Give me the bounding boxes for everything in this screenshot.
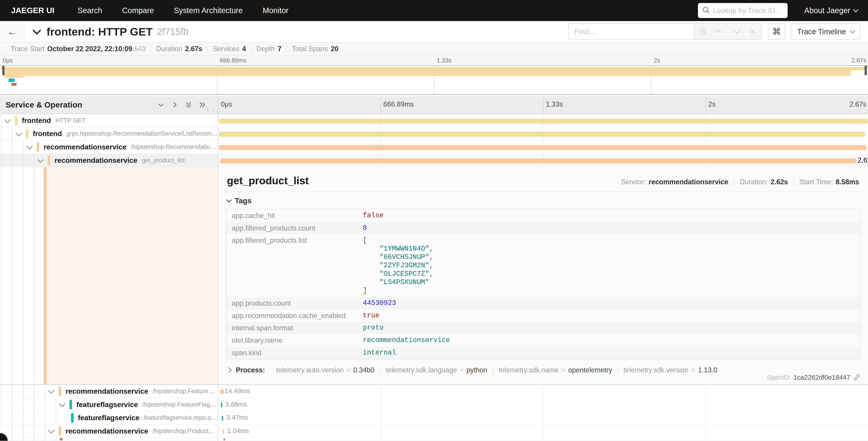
tag-row[interactable]: span.kindinternal bbox=[226, 347, 860, 359]
about-jaeger-menu[interactable]: About Jaeger bbox=[804, 6, 857, 15]
span-collapse-chevron-icon[interactable] bbox=[4, 117, 11, 123]
span-row bbox=[0, 438, 868, 441]
span-timeline-cell[interactable] bbox=[218, 438, 868, 441]
indent-guide bbox=[1, 167, 2, 384]
span-name-cell[interactable]: frontendHTTP GET bbox=[0, 114, 218, 127]
span-duration-label: 2.62s bbox=[858, 156, 868, 164]
span-timeline-cell[interactable] bbox=[218, 114, 868, 127]
minimap-canvas[interactable] bbox=[0, 65, 868, 95]
span-collapse-chevron-icon[interactable] bbox=[48, 387, 55, 394]
jaeger-logo[interactable]: JAEGER UI bbox=[11, 6, 54, 15]
service-name: featureflagservice bbox=[78, 414, 140, 422]
span-timeline-cell[interactable] bbox=[218, 141, 868, 154]
span-name-cell[interactable]: featureflagservicefeatureflagservice.rep… bbox=[0, 412, 218, 425]
timeline-ruler: 0μs666.89ms1.33s2s2.67s bbox=[218, 96, 868, 114]
tag-row[interactable]: app.filtered_products.list[ "1YMWWN1N4O"… bbox=[226, 234, 860, 297]
span-duration-bar[interactable] bbox=[221, 403, 222, 408]
trace-summary-bar: Trace Start October 22 2022, 22:10:09.54… bbox=[0, 42, 868, 55]
span-duration-bar[interactable] bbox=[219, 119, 868, 124]
keyboard-shortcuts-button[interactable]: ⌘ bbox=[768, 23, 785, 40]
span-duration-bar[interactable] bbox=[223, 439, 225, 441]
span-name-cell[interactable]: recommendationserviceget_product_list bbox=[0, 154, 218, 167]
minimap-span-band bbox=[4, 76, 23, 78]
tag-row[interactable]: app.products.count44530923 bbox=[226, 297, 860, 310]
clear-find-icon[interactable]: ✕ bbox=[744, 24, 761, 39]
service-color-bar bbox=[69, 400, 72, 409]
span-collapse-chevron-icon[interactable] bbox=[37, 156, 44, 163]
expand-one-icon[interactable] bbox=[170, 101, 179, 109]
span-name-cell[interactable]: recommendationservice/hipstershop.Recomm… bbox=[0, 141, 218, 154]
operation-name: /hipstershop.RecommendationService/Lis… bbox=[131, 144, 218, 151]
timeline-gridline bbox=[381, 412, 381, 424]
service-name: frontend bbox=[22, 116, 51, 125]
service-name: featureflagservice bbox=[76, 401, 138, 409]
chevron-right-icon[interactable] bbox=[226, 367, 231, 373]
span-color-stripe bbox=[44, 167, 46, 384]
span-duration-bar[interactable] bbox=[223, 429, 224, 434]
minimap-viewport-handle-left[interactable] bbox=[2, 66, 4, 76]
trace-depth: Depth7 bbox=[251, 45, 287, 53]
expand-all-icon[interactable] bbox=[198, 101, 207, 109]
span-timeline-cell[interactable]: 3.47ms bbox=[218, 412, 868, 425]
nav-item-compare[interactable]: Compare bbox=[122, 6, 154, 15]
span-timeline-cell[interactable]: 3.68ms bbox=[218, 398, 868, 412]
span-name-cell[interactable]: recommendationservice/hipstershop.Produc… bbox=[0, 425, 218, 438]
nav-item-system-architecture[interactable]: System Architecture bbox=[174, 6, 243, 15]
find-input[interactable] bbox=[568, 23, 694, 40]
span-detail-panel: get_product_list Service:recommendations… bbox=[218, 167, 868, 384]
collapse-one-icon[interactable] bbox=[157, 101, 165, 109]
ruler-tick-label: 666.89ms bbox=[381, 100, 414, 108]
span-id-value: 1ca2262df0e18447 bbox=[793, 374, 850, 381]
span-duration-bar[interactable] bbox=[219, 132, 866, 137]
focus-match-icon[interactable] bbox=[694, 24, 711, 39]
span-name-cell[interactable]: frontendgrpc.hipstershop.RecommendationS… bbox=[0, 127, 218, 141]
service-name: recommendationservice bbox=[44, 143, 126, 151]
span-timeline-cell[interactable] bbox=[218, 127, 868, 141]
span-timeline-cell[interactable]: 14.49ms bbox=[218, 385, 868, 398]
timeline-gridline bbox=[381, 438, 381, 440]
tags-section-toggle[interactable]: Tags bbox=[223, 197, 861, 205]
span-name-cell[interactable]: recommendationservice/hipstershop.Featur… bbox=[0, 385, 218, 398]
span-collapse-chevron-icon[interactable] bbox=[27, 143, 33, 149]
ruler-tick-label: 0μs bbox=[218, 100, 232, 108]
nav-item-search[interactable]: Search bbox=[78, 6, 102, 15]
tag-row[interactable]: otel.library.namerecommendationservice bbox=[226, 334, 860, 347]
span-collapse-chevron-icon[interactable] bbox=[48, 427, 55, 434]
span-color-fill bbox=[46, 167, 217, 384]
tag-row[interactable]: app.recommendation.cache_enabledtrue bbox=[226, 310, 860, 322]
trace-start: Trace Start October 22 2022, 22:10:09.54… bbox=[5, 45, 151, 53]
span-row: recommendationservice/hipstershop.Recomm… bbox=[0, 141, 868, 154]
indent-guide bbox=[12, 167, 12, 384]
span-start-time: Start Time:8.58ms bbox=[794, 178, 859, 186]
span-duration-bar[interactable] bbox=[222, 416, 223, 421]
nav-item-monitor[interactable]: Monitor bbox=[263, 6, 288, 15]
column-resize-grip[interactable]: ❘❘ bbox=[206, 106, 216, 112]
minimap-ruler: 0μs666.89ms1.33s2s2.67s bbox=[0, 56, 868, 65]
back-button[interactable]: ← bbox=[0, 21, 25, 42]
span-timeline-cell[interactable]: 2.62s bbox=[218, 154, 868, 167]
indent-guide bbox=[45, 398, 45, 411]
span-duration-bar[interactable] bbox=[219, 145, 867, 150]
tag-row[interactable]: app.filtered_products.count8 bbox=[226, 222, 860, 234]
indent-guide bbox=[56, 398, 56, 411]
collapse-trace-chevron-icon[interactable] bbox=[33, 26, 41, 35]
span-name-cell[interactable] bbox=[0, 438, 218, 441]
span-duration-bar[interactable] bbox=[220, 389, 224, 394]
timeline-gridline bbox=[706, 425, 706, 438]
span-collapse-chevron-icon[interactable] bbox=[16, 130, 22, 136]
next-match-icon[interactable] bbox=[728, 24, 744, 39]
tag-row[interactable]: internal.span.formatproto bbox=[226, 322, 860, 334]
span-name-cell[interactable]: featureflagservice/hipstershop.FeatureFl… bbox=[0, 398, 218, 412]
trace-title: frontend: HTTP GET bbox=[46, 25, 153, 38]
trace-view-selector[interactable]: Trace Timeline bbox=[790, 23, 860, 40]
indent-guide bbox=[12, 398, 12, 411]
minimap-viewport-handle-right[interactable] bbox=[865, 66, 867, 76]
span-duration-bar[interactable] bbox=[220, 158, 856, 164]
prev-match-icon[interactable] bbox=[711, 24, 728, 39]
collapse-all-icon[interactable] bbox=[184, 101, 193, 109]
span-collapse-chevron-icon[interactable] bbox=[59, 401, 65, 407]
span-timeline-cell[interactable]: 1.04ms bbox=[218, 425, 868, 438]
link-icon[interactable] bbox=[853, 374, 860, 381]
trace-id-lookup-input[interactable] bbox=[698, 3, 787, 18]
tag-row[interactable]: app.cache_hitfalse bbox=[226, 209, 860, 222]
